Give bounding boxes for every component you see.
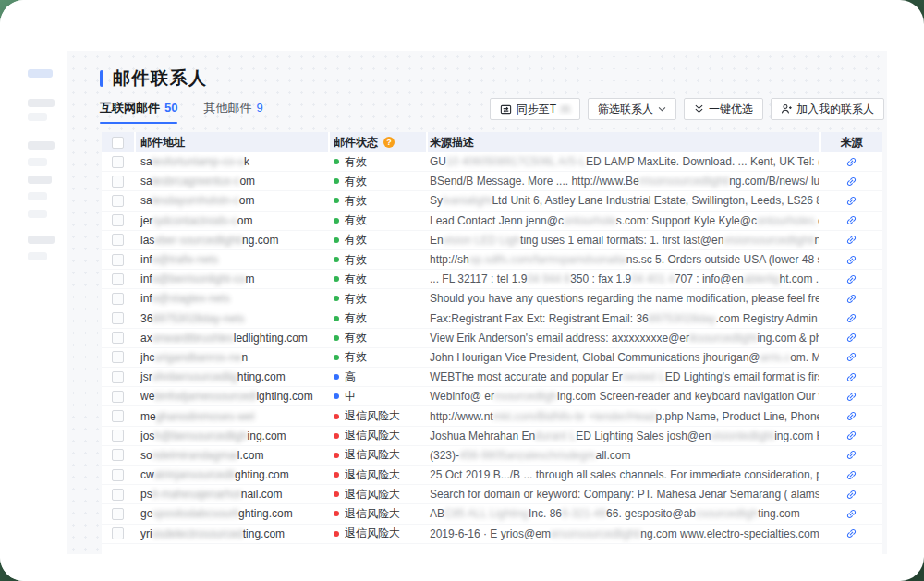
status-dot xyxy=(334,414,339,419)
tab-other-mail[interactable]: 其他邮件 9 xyxy=(203,100,262,124)
row-checkbox[interactable] xyxy=(112,469,124,481)
table-row[interactable]: salesbrcagreenlux-com有效BSend/B Message. … xyxy=(102,172,882,191)
select-all-checkbox[interactable] xyxy=(112,137,124,149)
link-icon[interactable] xyxy=(821,387,882,405)
row-checkbox[interactable] xyxy=(112,195,124,207)
link-icon[interactable] xyxy=(821,427,882,445)
row-checkbox[interactable] xyxy=(112,214,124,226)
status-dot xyxy=(334,276,339,282)
link-icon[interactable] xyxy=(821,446,882,465)
redacted-text: urigandbanros-ne xyxy=(154,351,241,364)
link-icon[interactable] xyxy=(821,270,882,288)
row-checkbox[interactable] xyxy=(112,527,124,539)
row-checkbox[interactable] xyxy=(112,351,124,363)
link-icon[interactable] xyxy=(821,152,882,171)
email-status-cell: 退信风险大 xyxy=(330,446,426,465)
add-to-my-contacts-button[interactable]: 加入我的联系人 xyxy=(771,98,884,120)
sidebar-item-active[interactable] xyxy=(28,69,53,78)
email-status-cell: 有效 xyxy=(330,270,426,288)
table-row[interactable]: lasvber-sourcedlighting.com有效Envision LE… xyxy=(102,231,882,250)
row-checkbox[interactable] xyxy=(112,430,124,442)
email-status-cell: 退信风险大 xyxy=(330,485,426,503)
table-row[interactable]: gespositodabcsourlighting.com退信风险大ABC85 … xyxy=(102,504,882,524)
redacted-text: durant L xyxy=(535,430,576,442)
email-status-cell: 高 xyxy=(330,368,426,386)
row-checkbox[interactable] xyxy=(112,156,124,168)
table-row[interactable]: sondelmirandagmail.com退信风险大(323)-456-980… xyxy=(102,446,882,466)
table-row[interactable]: info@berrisonlight-com有效... FL 32117 : t… xyxy=(102,270,882,289)
row-checkbox[interactable] xyxy=(112,508,124,520)
sidebar-item[interactable] xyxy=(28,113,47,121)
sidebar-item[interactable] xyxy=(28,210,47,218)
table-row[interactable]: psit-mahesajenarhotnail.com退信风险大Search f… xyxy=(102,485,882,504)
row-checkbox[interactable] xyxy=(112,410,124,422)
status-text: 高 xyxy=(345,369,356,385)
table-row[interactable]: meghanodinmoses-wel退信风险大http://www.ntmkt… xyxy=(102,406,882,426)
link-icon[interactable] xyxy=(821,212,882,230)
link-icon[interactable] xyxy=(821,406,882,425)
source-description: 25 Oct 2019 B.../B ... through all sales… xyxy=(428,466,819,484)
tab-internet-mail[interactable]: 互联网邮件 50 xyxy=(100,100,177,124)
redacted-text: 456-9805 xyxy=(459,449,506,462)
redacted-text: visionsourcedlighti xyxy=(723,234,814,247)
row-checkbox[interactable] xyxy=(112,254,124,266)
sidebar-item[interactable] xyxy=(28,252,47,260)
link-icon[interactable] xyxy=(821,329,882,347)
sidebar-item[interactable] xyxy=(28,141,55,150)
link-icon[interactable] xyxy=(821,368,882,386)
link-icon[interactable] xyxy=(821,191,882,210)
row-checkbox[interactable] xyxy=(112,312,124,324)
sidebar-item[interactable] xyxy=(28,176,52,184)
table-row[interactable]: jsrohnbersourcedlighting.com高WEBThe most… xyxy=(102,368,882,387)
sidebar-item[interactable] xyxy=(28,192,47,200)
row-checkbox[interactable] xyxy=(112,449,124,461)
sidebar-item[interactable] xyxy=(28,99,55,107)
redacted-text: iksourcedlight xyxy=(689,332,757,345)
row-checkbox-cell xyxy=(102,427,134,445)
status-dot xyxy=(334,433,339,439)
link-icon[interactable] xyxy=(821,172,882,190)
row-checkbox[interactable] xyxy=(112,332,124,344)
table-row[interactable]: info@trafix-nets有效http://shop.sdlfs.com/… xyxy=(102,250,882,270)
row-checkbox[interactable] xyxy=(112,489,124,501)
redacted-text: nested L xyxy=(623,370,665,383)
table-row[interactable]: jerrydcontactnods-com有效Lead Contact Jenn… xyxy=(102,212,882,231)
email-status-cell: 有效 xyxy=(330,329,426,347)
row-checkbox[interactable] xyxy=(112,293,124,305)
link-icon[interactable] xyxy=(821,309,882,328)
link-icon[interactable] xyxy=(821,504,882,523)
sidebar-item[interactable] xyxy=(28,158,47,166)
table-row[interactable]: 3689753028day-nets有效Fax:Registrant Fax E… xyxy=(102,309,882,329)
sidebar-item[interactable] xyxy=(28,236,55,244)
row-checkbox[interactable] xyxy=(112,176,124,188)
table-row[interactable]: salesdayurnholstn-com有效Sylvanialight Ltd… xyxy=(102,191,882,211)
row-checkbox[interactable] xyxy=(112,391,124,403)
email-address: info@trafix-nets xyxy=(136,250,328,269)
help-icon[interactable]: ? xyxy=(383,137,395,148)
row-checkbox-cell xyxy=(102,446,134,465)
table-row[interactable]: jhcurigandbanros-nen有效John Hourigan Vice… xyxy=(102,348,882,368)
link-icon[interactable] xyxy=(821,231,882,249)
email-address: meghanodinmoses-wel xyxy=(136,406,328,425)
link-icon[interactable] xyxy=(821,289,882,308)
table-row[interactable]: webinfodjamessourcedlighting.com中Webinfo… xyxy=(102,387,882,406)
row-checkbox[interactable] xyxy=(112,273,124,285)
sync-button[interactable]: 同步至Tm xyxy=(490,98,580,120)
table-row[interactable]: cwatrinjansourcedlighting.com退信风险大25 Oct… xyxy=(102,466,882,485)
table-row[interactable]: josh@bensourcedlighing.com退信风险大Joshua Me… xyxy=(102,427,882,446)
source-description: John Hourigan Vice President, Global Com… xyxy=(428,348,819,367)
table-row[interactable]: yriosdelectrosourcedting.com退信风险大2019-6-… xyxy=(102,525,882,544)
link-icon[interactable] xyxy=(821,348,882,367)
table-row[interactable]: salesfortunlamp-co-uk有效GU10 4060508917C5… xyxy=(102,152,882,172)
row-checkbox[interactable] xyxy=(112,234,124,246)
column-header-description: 来源描述 xyxy=(428,132,819,152)
link-icon[interactable] xyxy=(821,466,882,484)
link-icon[interactable] xyxy=(821,250,882,269)
link-icon[interactable] xyxy=(821,525,882,543)
row-checkbox[interactable] xyxy=(112,371,124,383)
link-icon[interactable] xyxy=(821,485,882,503)
table-row[interactable]: info@stagtex-nets有效Should you have any q… xyxy=(102,289,882,309)
filter-contacts-button[interactable]: 筛选联系人 xyxy=(588,98,676,120)
one-click-optimize-button[interactable]: 一键优选 xyxy=(684,98,763,120)
table-row[interactable]: axonwardtbrushlesledlighting.com有效View E… xyxy=(102,329,882,348)
